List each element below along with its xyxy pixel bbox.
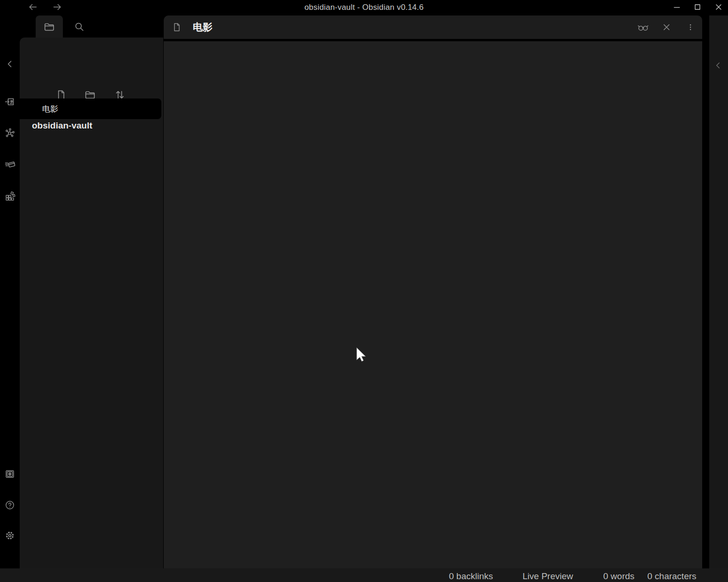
sidebar-tab-file-explorer[interactable]: [36, 15, 63, 38]
folder-icon: [43, 21, 55, 33]
close-window-button[interactable]: [713, 1, 724, 13]
close-icon: [714, 2, 723, 12]
titlebar: obsidian-vault - Obsidian v0.14.6: [0, 0, 728, 14]
vertical-dots-icon: [686, 22, 695, 32]
close-tab-button[interactable]: [660, 21, 673, 33]
gear-icon: [4, 530, 15, 541]
document-icon: [172, 22, 182, 32]
right-sidebar-strip: [709, 15, 728, 568]
maximize-icon: [693, 2, 702, 12]
help-button[interactable]: [4, 499, 15, 511]
more-options-button[interactable]: [684, 21, 697, 33]
chevron-left-icon: [713, 60, 723, 70]
vault-name-header[interactable]: obsidian-vault: [32, 121, 92, 131]
card-speed-icon: [4, 159, 15, 170]
editor-pane[interactable]: [164, 41, 702, 568]
ribbon-random-note-button[interactable]: [4, 190, 15, 201]
settings-button[interactable]: [4, 530, 15, 541]
search-icon: [74, 21, 85, 32]
status-word-count: 0 words: [603, 571, 635, 582]
reading-view-button[interactable]: [637, 21, 649, 33]
ribbon-quick-switcher-button[interactable]: [4, 96, 15, 107]
left-ribbon: [0, 14, 20, 568]
chevron-left-icon: [4, 58, 15, 69]
status-backlinks[interactable]: 0 backlinks: [449, 571, 493, 582]
file-item-label: 电影: [42, 104, 58, 114]
note-tab-header[interactable]: 电影: [164, 15, 702, 39]
collapse-left-sidebar-button[interactable]: [4, 58, 15, 69]
minimize-button[interactable]: [671, 1, 682, 13]
graph-icon: [4, 127, 15, 138]
ribbon-graph-view-button[interactable]: [4, 127, 15, 138]
minimize-icon: [672, 2, 682, 12]
expand-right-sidebar-button[interactable]: [713, 60, 723, 70]
file-explorer-panel: obsidian-vault 电影: [20, 38, 163, 568]
status-bar: 0 backlinks Live Preview 0 words 0 chara…: [0, 568, 728, 582]
blocks-icon: [4, 190, 15, 201]
status-character-count: 0 characters: [647, 571, 697, 582]
ribbon-new-zettelkasten-note-button[interactable]: [4, 159, 15, 170]
go-to-file-icon: [4, 96, 15, 107]
maximize-button[interactable]: [692, 1, 703, 13]
note-title: 电影: [193, 15, 212, 39]
glasses-icon: [637, 21, 649, 33]
window-title: obsidian-vault - Obsidian v0.14.6: [0, 3, 728, 12]
file-item-selected[interactable]: 电影: [20, 98, 161, 119]
status-editor-mode[interactable]: Live Preview: [523, 571, 573, 582]
vault-safe-icon: [4, 468, 15, 479]
close-icon: [661, 22, 672, 32]
open-another-vault-button[interactable]: [4, 468, 15, 479]
help-icon: [4, 499, 15, 511]
sidebar-tab-search[interactable]: [66, 15, 93, 38]
